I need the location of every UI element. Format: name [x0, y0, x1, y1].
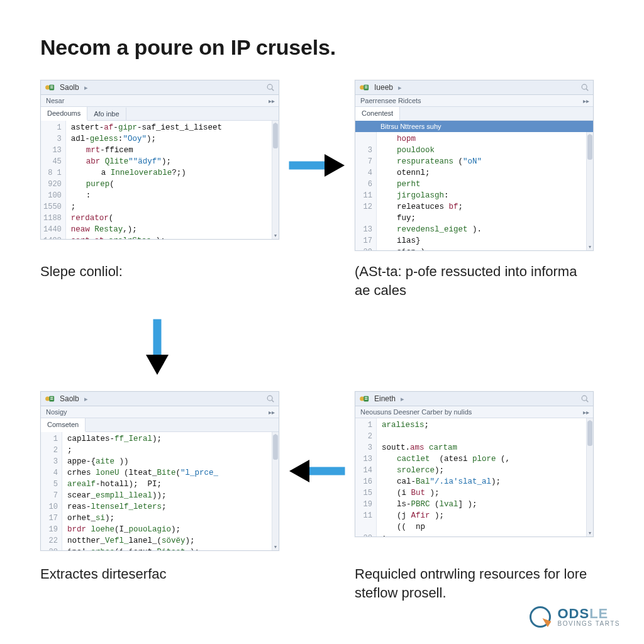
editor-title: Saolb [60, 394, 79, 403]
svg-marker-23 [289, 460, 309, 482]
editor-panel-d: Eineth▸Neousuns Deesner Carber by nulids… [355, 391, 594, 537]
editor-tabs: Comseten [41, 418, 279, 432]
search-icon[interactable] [266, 394, 275, 403]
page-title: Necom a poure on IP crusels. [40, 35, 614, 60]
code-area[interactable]: astert-af-gipr-saf_iest_i_liseetadl-gele… [66, 121, 272, 239]
svg-point-16 [45, 397, 50, 401]
scrollbar[interactable]: ▴▾ [586, 132, 593, 250]
svg-point-0 [45, 86, 50, 90]
app-logo-icon [45, 83, 56, 92]
editor-tab[interactable]: Comseten [41, 418, 86, 432]
editor-subtitle: Nesar [41, 95, 69, 106]
editor-titlebar: Eineth▸ [355, 392, 593, 406]
scrollbar[interactable]: ▴▾ [586, 418, 593, 536]
app-logo-icon [45, 394, 56, 403]
svg-marker-15 [146, 355, 169, 375]
editor-subbar: Nesar▸▸ [41, 95, 279, 107]
editor-title: Iueeb [374, 83, 393, 92]
svg-point-28 [582, 396, 587, 401]
scrollbar[interactable]: ▴▾ [272, 121, 279, 239]
svg-rect-18 [50, 397, 53, 398]
svg-point-8 [360, 86, 364, 90]
chevron-icon: ▸ [84, 395, 88, 403]
svg-rect-26 [365, 397, 367, 398]
editor-badge: ▸▸ [265, 96, 279, 106]
editor-panel-c: Saolb▸Nosigy▸▸Comseten1234571017192228ca… [40, 391, 279, 551]
editor-tabs: DeedoumsAfo inbe [41, 107, 279, 121]
caption-c: Extractes dirteserfac [40, 551, 279, 584]
svg-rect-14 [153, 319, 161, 356]
editor-badge: ▸▸ [579, 96, 593, 106]
editor-panel-a: Saolb▸Nesar▸▸DeedoumsAfo inbe1313458 192… [40, 80, 279, 240]
editor-tabs: Conentest [355, 107, 593, 121]
scroll-down-icon[interactable]: ▾ [272, 233, 279, 239]
svg-point-12 [582, 84, 587, 89]
caption-d: Requicled ontrwling resources for lore s… [355, 551, 594, 602]
editor-body: 123131416151911 2021araliesis; soutt.ams… [355, 418, 593, 536]
editor-tab[interactable]: Afo inbe [87, 108, 126, 120]
svg-line-13 [586, 89, 588, 91]
footer-logo: ODSLE BOVINGS TARTS [530, 606, 620, 628]
chevron-icon: ▸ [84, 84, 88, 92]
code-area[interactable]: hopmpouldookrespurateans ("oN"otennl;per… [377, 132, 586, 250]
editor-body: 1313458 19201001550118814401498astert-af… [41, 121, 279, 239]
svg-point-4 [267, 84, 272, 89]
editor-badge: ▸▸ [265, 407, 279, 418]
svg-marker-7 [325, 154, 345, 177]
editor-titlebar: Saolb▸ [41, 80, 279, 95]
diagram-grid: Saolb▸Nesar▸▸DeedoumsAfo inbe1313458 192… [40, 80, 614, 602]
svg-rect-22 [308, 467, 345, 475]
scroll-thumb[interactable] [273, 123, 278, 148]
scroll-thumb[interactable] [587, 421, 592, 446]
scrollbar[interactable]: ▴▾ [272, 432, 279, 550]
line-gutter: 123131416151911 2021 [355, 418, 377, 536]
svg-rect-10 [365, 86, 367, 86]
line-gutter: 37461112 131729 [355, 132, 377, 250]
line-gutter: 1234571017192228 [41, 432, 62, 550]
chevron-icon: ▸ [401, 395, 404, 403]
caption-a: Slepe conliol: [40, 251, 279, 281]
editor-titlebar: Iueeb▸ [355, 80, 593, 95]
code-area[interactable]: araliesis; soutt.ams cartamcactlet (ates… [377, 418, 586, 536]
search-icon[interactable] [580, 83, 589, 92]
svg-rect-2 [50, 86, 53, 86]
editor-badge: ▸▸ [579, 407, 593, 418]
editor-body: 37461112 131729hopmpouldookrespurateans … [355, 132, 593, 250]
scroll-down-icon[interactable]: ▾ [587, 244, 593, 250]
logo-mark-icon [530, 606, 551, 628]
svg-rect-6 [289, 162, 326, 169]
arrow-left-icon [287, 456, 347, 486]
scroll-down-icon[interactable]: ▾ [272, 544, 279, 550]
svg-line-29 [586, 401, 588, 402]
svg-rect-11 [365, 87, 367, 88]
code-area[interactable]: capllates-ff_Ieral);;appe-{aite ))crhes … [62, 432, 272, 550]
chevron-icon: ▸ [398, 84, 402, 92]
editor-subtitle: Nosigy [41, 406, 72, 418]
editor-body: 1234571017192228capllates-ff_Ieral);;app… [41, 432, 279, 550]
editor-tab[interactable]: Deedoums [41, 107, 87, 121]
editor-subtitle: Neousuns Deesner Carber by nulids [355, 406, 477, 418]
search-icon[interactable] [266, 83, 275, 92]
editor-subbar: Neousuns Deesner Carber by nulids▸▸ [355, 406, 593, 418]
scroll-thumb[interactable] [273, 435, 278, 460]
svg-line-21 [272, 401, 274, 402]
svg-point-24 [360, 397, 364, 401]
editor-tab[interactable]: Conentest [355, 107, 400, 121]
svg-rect-19 [50, 399, 53, 399]
line-gutter: 1313458 19201001550118814401498 [41, 121, 66, 239]
editor-subtitle: Paerrensee Ridcets [355, 95, 426, 106]
scroll-down-icon[interactable]: ▾ [587, 530, 593, 536]
scroll-thumb[interactable] [587, 135, 592, 160]
caption-b: (ASt-ta: p-ofe ressucted into informa ae… [355, 251, 594, 299]
svg-line-5 [272, 89, 274, 91]
svg-rect-27 [365, 399, 367, 399]
editor-title: Eineth [374, 394, 396, 403]
svg-point-20 [267, 396, 272, 401]
arrow-right-icon [287, 150, 347, 180]
editor-panel-b: Iueeb▸Paerrensee Ridcets▸▸ConentestBitrs… [355, 80, 594, 251]
editor-subbar: Nosigy▸▸ [41, 406, 279, 418]
search-icon[interactable] [580, 394, 589, 403]
editor-subbar: Paerrensee Ridcets▸▸ [355, 95, 593, 107]
svg-rect-3 [50, 87, 53, 88]
logo-tagline: BOVINGS TARTS [557, 621, 620, 627]
